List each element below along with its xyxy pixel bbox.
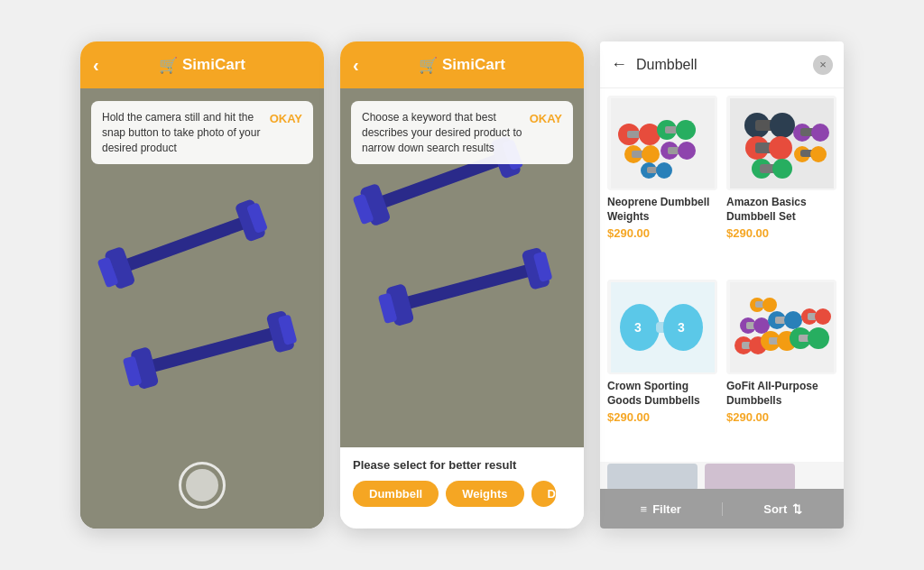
sort-button[interactable]: Sort ⇅ bbox=[723, 502, 845, 516]
phone1-back-arrow[interactable]: ‹ bbox=[93, 55, 99, 76]
product-back-arrow[interactable]: ← bbox=[611, 55, 627, 74]
product-name-3: Crown Sporting Goods Dumbbells bbox=[607, 380, 717, 408]
keyword-weights[interactable]: Weights bbox=[446, 481, 523, 507]
product-footer: ≡ Filter Sort ⇅ bbox=[600, 489, 844, 529]
snap-button[interactable] bbox=[179, 462, 226, 509]
product-card-3[interactable]: 3 3 Crown Sporting Goods Dumbbells $290.… bbox=[607, 280, 717, 455]
phone2-brand: 🛒 SimiCart bbox=[419, 56, 505, 75]
svg-point-32 bbox=[642, 145, 660, 163]
product-header: ← Dumbbell × bbox=[600, 41, 844, 88]
filter-icon: ≡ bbox=[641, 502, 648, 516]
product-price-4: $290.00 bbox=[726, 410, 836, 424]
phone1-brand-name: SimiCart bbox=[182, 56, 245, 74]
svg-point-45 bbox=[769, 136, 792, 160]
crown-dumbbell-img: 3 3 bbox=[611, 282, 715, 372]
product-name-2: Amazon Basics Dumbbell Set bbox=[726, 196, 836, 224]
svg-point-70 bbox=[808, 327, 829, 349]
camera-view: Hold the camera still and hit the snap b… bbox=[80, 88, 324, 529]
phone2-header: ‹ 🛒 SimiCart bbox=[340, 41, 584, 88]
svg-point-82 bbox=[762, 298, 777, 312]
product-img-1 bbox=[607, 96, 717, 190]
phone2-tooltip-text: Choose a keyword that best describes you… bbox=[362, 110, 522, 155]
cart-icon: 🛒 bbox=[159, 56, 178, 75]
sort-label: Sort bbox=[763, 502, 787, 516]
search-term-display: Dumbbell bbox=[636, 57, 804, 73]
phone1-brand: 🛒 SimiCart bbox=[159, 56, 245, 75]
neoprene-dumbbell-img bbox=[611, 98, 715, 188]
phone2-back-arrow[interactable]: ‹ bbox=[353, 55, 359, 76]
svg-point-48 bbox=[772, 159, 792, 179]
svg-point-79 bbox=[815, 308, 831, 325]
product-panel: ← Dumbbell × bbox=[600, 41, 844, 529]
snap-inner bbox=[186, 469, 218, 501]
phone1-header: ‹ 🛒 SimiCart bbox=[80, 41, 324, 88]
amazon-dumbbell-img bbox=[730, 98, 834, 188]
svg-point-73 bbox=[753, 317, 770, 334]
keyword-d[interactable]: D bbox=[531, 481, 556, 507]
phone1-body: Hold the camera still and hit the snap b… bbox=[80, 88, 324, 529]
camera-view-2: Choose a keyword that best describes you… bbox=[340, 88, 584, 447]
product-card-4[interactable]: GoFit All-Purpose Dumbbells $290.00 bbox=[726, 280, 836, 455]
phone1-tooltip: Hold the camera still and hit the snap b… bbox=[91, 101, 313, 164]
svg-point-76 bbox=[784, 311, 802, 329]
product-card-2[interactable]: Amazon Basics Dumbbell Set $290.00 bbox=[726, 96, 836, 271]
sort-icon: ⇅ bbox=[792, 502, 802, 516]
phone2-brand-name: SimiCart bbox=[442, 56, 505, 74]
keyword-select-section: Please select for better result Dumbbell… bbox=[340, 447, 584, 519]
svg-text:3: 3 bbox=[678, 320, 685, 335]
gofit-dumbbell-img bbox=[730, 282, 834, 372]
svg-text:3: 3 bbox=[634, 320, 642, 335]
phone1-okay-button[interactable]: OKAY bbox=[270, 111, 302, 127]
filter-button[interactable]: ≡ Filter bbox=[600, 502, 723, 516]
product-price-2: $290.00 bbox=[726, 226, 836, 240]
product-price-3: $290.00 bbox=[607, 410, 717, 424]
product-grid: Neoprene Dumbbell Weights $290.00 bbox=[600, 88, 844, 462]
svg-point-29 bbox=[676, 120, 696, 140]
product-price-1: $290.00 bbox=[607, 226, 717, 240]
product-name-1: Neoprene Dumbbell Weights bbox=[607, 196, 717, 224]
svg-point-54 bbox=[810, 146, 827, 162]
product-name-4: GoFit All-Purpose Dumbbells bbox=[726, 380, 836, 408]
keyword-dumbbell[interactable]: Dumbbell bbox=[353, 481, 439, 507]
close-button[interactable]: × bbox=[813, 55, 833, 75]
svg-point-26 bbox=[639, 124, 661, 145]
phone2-okay-button[interactable]: OKAY bbox=[530, 111, 562, 127]
cart-icon-2: 🛒 bbox=[419, 56, 438, 75]
product-img-4 bbox=[726, 280, 836, 374]
phone2-body: Choose a keyword that best describes you… bbox=[340, 88, 584, 529]
svg-point-38 bbox=[656, 162, 672, 179]
product-card-1[interactable]: Neoprene Dumbbell Weights $290.00 bbox=[607, 96, 717, 271]
svg-point-42 bbox=[770, 113, 795, 138]
phone1-frame: ‹ 🛒 SimiCart bbox=[80, 41, 324, 529]
phone2-frame: ‹ 🛒 SimiCart bbox=[340, 41, 584, 529]
select-label: Please select for better result bbox=[353, 458, 571, 472]
svg-point-51 bbox=[811, 124, 829, 142]
phone2-tooltip: Choose a keyword that best describes you… bbox=[351, 101, 573, 164]
keyword-buttons: Dumbbell Weights D bbox=[353, 481, 571, 507]
main-container: ‹ 🛒 SimiCart bbox=[62, 23, 862, 547]
partial-product-row bbox=[600, 462, 844, 489]
svg-point-35 bbox=[678, 142, 696, 160]
product-img-2 bbox=[726, 96, 836, 190]
phone1-tooltip-text: Hold the camera still and hit the snap b… bbox=[102, 110, 263, 155]
product-img-3: 3 3 bbox=[607, 280, 717, 374]
close-icon: × bbox=[819, 58, 827, 71]
filter-label: Filter bbox=[652, 502, 681, 516]
